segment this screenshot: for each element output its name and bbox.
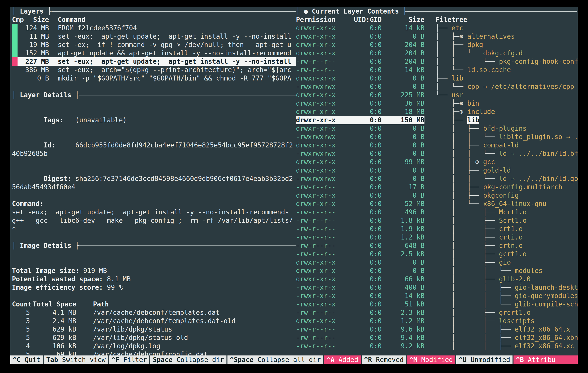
tree-branch: │ ├── — [436, 317, 499, 325]
file-permission: drwxr-xr-x — [296, 166, 336, 175]
filetree-row[interactable]: drwxr-xr-x0:036 MB ├─⊕ bin — [296, 99, 578, 107]
layer-row[interactable]: 124 MBFROM f21cdee5376f704 — [12, 24, 296, 32]
wasted-total-space: 629 kB — [30, 325, 76, 333]
tree-branch: │ ├── — [436, 309, 499, 316]
layer-row[interactable]: 0 Bmkdir -p "$GOPATH/src" "$GOPATH/bin" … — [12, 74, 296, 83]
column-header-command: Command — [49, 16, 85, 24]
layer-id-label: Id: — [44, 141, 75, 149]
statusbar-item-removed[interactable]: ^R Removed — [362, 355, 406, 364]
file-permission: -rwxrwxrwx — [296, 133, 336, 141]
filetree-list: drwxr-xr-x0:014 kB├── etcdrwxr-xr-x0:00 … — [296, 24, 578, 350]
filetree-row[interactable]: -rw-r--r--0:02.5 kB │ ├── gcrt1.o — [296, 250, 578, 258]
file-name: pkg-config-hook-conf — [499, 58, 578, 65]
filetree-row[interactable]: -rw-r--r--0:01.2 kB │ ├── crti.o — [296, 233, 578, 242]
statusbar-item-quit[interactable]: ^C Quit — [10, 355, 43, 364]
tree-branch: │ ├── — [436, 225, 499, 233]
filetree-row[interactable]: drwxr-xr-x0:018 MB ├─⊕ include — [296, 107, 578, 116]
filetree-row[interactable]: -rwxrwxrwx0:00 B│ └── cpp → /etc/alterna… — [296, 83, 578, 91]
filetree-row[interactable]: drwxr-xr-x0:066 kB │ ├── glib-2.0 — [296, 275, 578, 283]
filetree-row[interactable]: -rw-r--r--0:017 B │ ├── pkg-config.multi… — [296, 183, 578, 191]
file-size: 0 B — [382, 133, 424, 141]
file-name: gio — [499, 258, 511, 266]
column-header-count: Count — [12, 300, 30, 309]
filetree-row[interactable]: -rwxrwxrwx0:00 B │ │ └── ld → ../../bin/… — [296, 149, 578, 158]
layer-row[interactable]: 386 MBset -eux; arch="$(dpkg --print-arc… — [12, 66, 296, 74]
statusbar-item-modified[interactable]: ^M Modified — [407, 355, 455, 364]
file-uid-gid: 0:0 — [336, 91, 382, 99]
filetree-row[interactable]: drwxr-xr-x0:00 B │ ├── pkgconfig — [296, 191, 578, 200]
filetree-row[interactable]: -rwxr-xr-x0:0400 B │ │ ├── gio-launch-de… — [296, 283, 578, 292]
file-permission: -rw-r--r-- — [296, 325, 336, 333]
filetree-row[interactable]: drwxr-xr-x0:01.2 MB │ ├── ldscripts — [296, 317, 578, 325]
file-name: glib-compile-sch — [515, 300, 578, 308]
filetree-row[interactable]: -rw-r--r--0:014 kB│ └── ld.so.cache — [296, 66, 578, 74]
file-name: include — [467, 108, 495, 116]
file-permission: -rw-r--r-- — [296, 57, 336, 66]
filetree-row[interactable]: drwxr-xr-x0:0225 MB└── usr — [296, 91, 578, 99]
filetree-row[interactable]: drwxr-xr-x0:00 B │ ├── bfd-plugins — [296, 124, 578, 133]
wasted-path: /var/cache/debconf/templates.dat — [76, 309, 296, 317]
statusbar-item-filter[interactable]: ^F Filter — [109, 355, 149, 364]
file-name: bin — [467, 99, 479, 107]
filetree-row[interactable]: -rw-r--r--0:01.9 kB │ ├── crt1.o — [296, 225, 578, 233]
filetree-row[interactable]: drwxr-xr-x0:00 B │ ├── gio — [296, 258, 578, 266]
filetree-row[interactable]: drwxr-xr-x0:014 kB├── etc — [296, 24, 578, 32]
filetree-row[interactable]: -rwxrwxrwx0:00 B │ │ └── liblto_plugin.s… — [296, 133, 578, 141]
file-permission: -rwxrwxrwx — [296, 175, 336, 183]
file-permission: drwxr-xr-x — [296, 258, 336, 266]
filetree-row[interactable]: -rw-r--r--0:0648 B │ ├── crtn.o — [296, 242, 578, 250]
tree-branch: │ │ └── — [436, 49, 483, 57]
statusbar-item-collapse-dir[interactable]: Space Collapse dir — [150, 355, 226, 364]
file-name: pkgconfig — [483, 192, 519, 199]
layer-row[interactable]: 11 MBset -eux; apt-get update; apt-get i… — [12, 32, 296, 41]
filetree-row[interactable]: drwxr-xr-x0:0204 B│ ├── dpkg — [296, 41, 578, 49]
panes-container: │ Layers ├ Cmp Size Command 124 MBFROM f… — [10, 7, 578, 355]
filetree-row[interactable]: -rw-r--r--0:0496 B │ ├── Mcrt1.o — [296, 208, 578, 216]
filetree-row[interactable]: drwxr-xr-x0:0204 B│ │ └── dpkg.cfg.d — [296, 49, 578, 57]
statusbar-item-unmodified[interactable]: ^U Unmodified — [456, 355, 513, 364]
layer-row[interactable]: 227 MBset -eux; apt-get update; apt-get … — [12, 57, 296, 66]
statusbar-item-added[interactable]: ^A Added — [324, 355, 361, 364]
file-size: 2.5 kB — [382, 250, 424, 258]
filetree-row[interactable]: drwxr-xr-x0:00 B │ │ └── modules — [296, 266, 578, 275]
filetree-row[interactable]: drwxr-xr-x0:00 B├── lib — [296, 74, 578, 83]
filetree-row[interactable]: drwxr-xr-x0:099 MB │ ├─⊕ gcc — [296, 158, 578, 166]
layer-size: 386 MB — [18, 66, 49, 74]
file-permission: -rwxrwxrwx — [296, 83, 336, 91]
tree-branch: │ ├── — [436, 217, 499, 224]
file-tree-cell: │ │ ├── gio-querymodules — [424, 292, 578, 300]
filetree-row[interactable]: -rw-r--r--0:01.8 kB │ ├── Scrt1.o — [296, 216, 578, 225]
file-uid-gid: 0:0 — [336, 107, 382, 116]
filetree-row[interactable]: -rw-r--r--0:02.3 kB │ ├── grcrt1.o — [296, 309, 578, 317]
file-size: 0 B — [382, 266, 424, 275]
file-size: 17 B — [382, 183, 424, 191]
layer-digest-row: Digest:sha256:7d37146de3ccd84598e4660d9d… — [12, 166, 294, 200]
file-tree-cell: │ │ └── pkg-config-hook-conf — [424, 57, 578, 66]
filetree-row[interactable]: drwxr-xr-x0:00 B│ ├─⊕ alternatives — [296, 32, 578, 41]
filetree-row[interactable]: drwxr-xr-x0:0150 MB ├── lib — [296, 116, 578, 124]
layer-row[interactable]: 19 MBset -ex; if ! command -v gpg > /dev… — [12, 41, 296, 49]
file-uid-gid: 0:0 — [336, 24, 382, 32]
wasted-space-row: 569 kB/var/cache/debconf/config.dat — [12, 350, 296, 355]
file-name: usr — [451, 91, 463, 99]
contents-pane-title: Current Layer Contents — [312, 7, 399, 15]
filetree-row[interactable]: -rw-r--r--0:0204 B│ │ └── pkg-config-hoo… — [296, 57, 578, 66]
filetree-row[interactable]: -rwxrwxrwx0:00 B │ │ └── ld → ../../bin/… — [296, 175, 578, 183]
filetree-row[interactable]: -rw-r--r--0:09.4 kB │ │ ├── elf32_x86_64… — [296, 333, 578, 342]
statusbar-item-attribu[interactable]: ^B Attribu — [514, 355, 578, 364]
statusbar-key: ^C — [13, 356, 21, 364]
filetree-row[interactable]: drwxr-xr-x0:052 MB │ └── x86_64-linux-gn… — [296, 200, 578, 208]
tree-branch: │ │ └── — [436, 267, 515, 275]
filetree-row[interactable]: -rw-r--r--0:09.6 kB │ │ ├── elf32_x86_64… — [296, 325, 578, 333]
statusbar-item-collapse-all-dir[interactable]: ^Space Collapse all dir — [228, 355, 323, 364]
filetree-row[interactable]: drwxr-xr-x0:00 B │ ├── compat-ld — [296, 141, 578, 149]
layer-row[interactable]: 152 MBapt-get update && apt-get install … — [12, 49, 296, 57]
wasted-total-space: 106 kB — [30, 342, 76, 350]
active-pane-indicator: ● — [304, 7, 312, 15]
statusbar-item-switch-view[interactable]: Tab Switch view — [44, 355, 108, 364]
filetree-row[interactable]: -rw-r--r--0:09.2 kB │ │ ├── elf32_x86_64… — [296, 342, 578, 350]
filetree-row[interactable]: -rwxr-xr-x0:051 kB │ │ └── glib-compile-… — [296, 300, 578, 309]
filetree-row[interactable]: -rwxr-xr-x0:014 kB │ │ ├── gio-querymodu… — [296, 292, 578, 300]
filetree-row[interactable]: drwxr-xr-x0:00 B │ ├── gold-ld — [296, 166, 578, 175]
layer-tags-row: Tags:(unavailable) — [12, 107, 294, 133]
